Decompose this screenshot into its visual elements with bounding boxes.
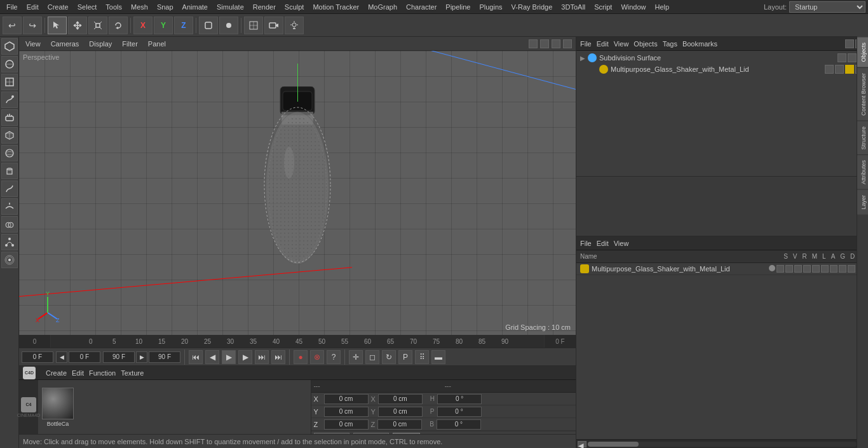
vtab-objects[interactable]: Objects (857, 37, 868, 67)
scrollbar-track[interactable] (588, 442, 857, 447)
deformer-button[interactable] (1, 198, 18, 215)
attr-view-menu[interactable]: View (614, 240, 629, 247)
current-frame-input[interactable] (22, 351, 53, 363)
menu-animate[interactable]: Animate (179, 2, 212, 12)
material-function-menu[interactable]: Function (89, 369, 116, 377)
menu-create[interactable]: Create (44, 2, 72, 12)
x-axis-button[interactable]: X (133, 17, 153, 34)
menu-simulate[interactable]: Simulate (213, 2, 248, 12)
material-create-menu[interactable]: Create (46, 369, 67, 377)
move-tool-button[interactable] (68, 17, 87, 34)
sphere-button[interactable] (1, 145, 18, 161)
coord-y-pos-input[interactable] (324, 407, 369, 417)
viewport-icon-3[interactable] (552, 39, 560, 48)
cube-button[interactable] (1, 127, 18, 144)
attr-row-glass[interactable]: Multipurpose_Glass_Shaker_with_Metal_Lid (576, 263, 868, 275)
coord-y-size-input[interactable] (378, 407, 423, 417)
menu-render[interactable]: Render (249, 2, 280, 12)
attr-ctrl-7[interactable] (830, 265, 837, 273)
rotate-tool-button[interactable] (109, 17, 128, 34)
menu-select[interactable]: Select (74, 2, 101, 12)
obj-vis-button-1[interactable] (837, 53, 846, 62)
viewport-icon-4[interactable] (563, 39, 572, 48)
coord-b-input[interactable] (437, 419, 481, 430)
menu-sculpt[interactable]: Sculpt (281, 2, 308, 12)
end-frame-input-2[interactable] (149, 351, 180, 363)
menu-snap[interactable]: Snap (153, 2, 177, 12)
attr-ctrl-5[interactable] (812, 265, 820, 273)
start-frame-input[interactable] (69, 351, 100, 363)
go-last-key-button[interactable]: ⏭ (271, 350, 285, 364)
coord-z-size-input[interactable] (377, 419, 422, 430)
viewport-menu-display[interactable]: Display (86, 40, 114, 48)
key-select-button[interactable]: ◻ (365, 350, 379, 364)
field-button[interactable] (1, 252, 18, 268)
attr-ctrl-9[interactable] (848, 265, 855, 273)
frame-next-button[interactable]: ▶ (136, 351, 147, 363)
go-start-button[interactable]: ⏮ (189, 350, 203, 364)
objects-icon-1[interactable] (845, 39, 854, 48)
render-region-button[interactable] (244, 17, 263, 34)
obj-vis-button-2[interactable] (848, 53, 857, 62)
schematic-button[interactable]: ⠿ (415, 350, 429, 364)
menu-file[interactable]: File (3, 2, 22, 12)
end-frame-input-1[interactable] (103, 351, 135, 363)
boole-button[interactable] (1, 216, 18, 233)
material-item[interactable]: BottleCa (42, 388, 74, 427)
coord-x-size-input[interactable] (378, 394, 423, 404)
coord-x-pos-input[interactable] (324, 394, 369, 404)
point-mode-button[interactable] (219, 17, 238, 34)
auto-key-button[interactable]: ⊗ (310, 350, 324, 364)
menu-pipeline[interactable]: Pipeline (442, 2, 474, 12)
menu-character[interactable]: Character (402, 2, 440, 12)
objects-file-menu[interactable]: File (580, 40, 592, 48)
step-forward-button[interactable]: ▶ (238, 350, 252, 364)
path-tool-button[interactable] (1, 180, 18, 197)
spline-button[interactable] (1, 234, 18, 250)
material-texture-menu[interactable]: Texture (121, 369, 144, 377)
redo-button[interactable]: ↩ (23, 17, 42, 34)
z-axis-button[interactable]: Z (174, 17, 193, 34)
select-tool-button[interactable] (48, 17, 67, 34)
menu-edit[interactable]: Edit (23, 2, 43, 12)
vtab-layer[interactable]: Layer (857, 189, 868, 215)
viewport-menu-view[interactable]: View (23, 40, 43, 48)
menu-plugins[interactable]: Plugins (475, 2, 506, 12)
polygon-mode-button[interactable] (1, 56, 18, 72)
y-axis-button[interactable]: Y (154, 17, 173, 34)
viewport-menu-panel[interactable]: Panel (146, 40, 168, 48)
attr-ctrl-2[interactable] (785, 265, 793, 273)
menu-window[interactable]: Window (617, 2, 649, 12)
glass-vis-button-1[interactable] (825, 65, 834, 74)
timeline-button[interactable]: ▬ (431, 350, 445, 364)
objects-edit-menu[interactable]: Edit (597, 40, 609, 48)
object-row-subdivision[interactable]: ▶ Subdivision Surface ✓ (578, 52, 867, 64)
menu-mograph[interactable]: MoGraph (364, 2, 401, 12)
object-mode-button[interactable] (199, 17, 218, 34)
texture-mode-button[interactable] (1, 74, 18, 90)
objects-view-menu[interactable]: View (614, 40, 629, 48)
objects-objects-menu[interactable]: Objects (634, 40, 657, 48)
coord-p-input[interactable] (437, 407, 482, 417)
attr-ctrl-4[interactable] (803, 265, 811, 273)
attr-file-menu[interactable]: File (580, 240, 592, 247)
cylinder-button[interactable] (1, 163, 18, 179)
move-key-button[interactable]: ✛ (349, 350, 363, 364)
attr-edit-menu[interactable]: Edit (597, 240, 609, 247)
key-loop-button[interactable]: ↻ (382, 350, 396, 364)
viewport-icon-1[interactable] (529, 39, 538, 48)
menu-tools[interactable]: Tools (102, 2, 126, 12)
coord-h-input[interactable] (437, 394, 482, 404)
model-mode-button[interactable] (1, 38, 18, 55)
layout-dropdown[interactable]: Startup (789, 1, 865, 13)
key-button[interactable]: ? (327, 350, 341, 364)
vtab-attributes[interactable]: Attributes (857, 154, 868, 189)
material-edit-menu[interactable]: Edit (72, 369, 84, 377)
attr-ctrl-3[interactable] (794, 265, 802, 273)
play-button[interactable]: ▶ (222, 350, 236, 364)
sculpt-mode-button[interactable] (1, 109, 18, 126)
attr-ctrl-6[interactable] (821, 265, 829, 273)
frame-prev-button[interactable]: ◀ (56, 351, 67, 363)
preview-render-button[interactable]: P (398, 350, 412, 364)
viewport-icon-2[interactable] (540, 39, 549, 48)
